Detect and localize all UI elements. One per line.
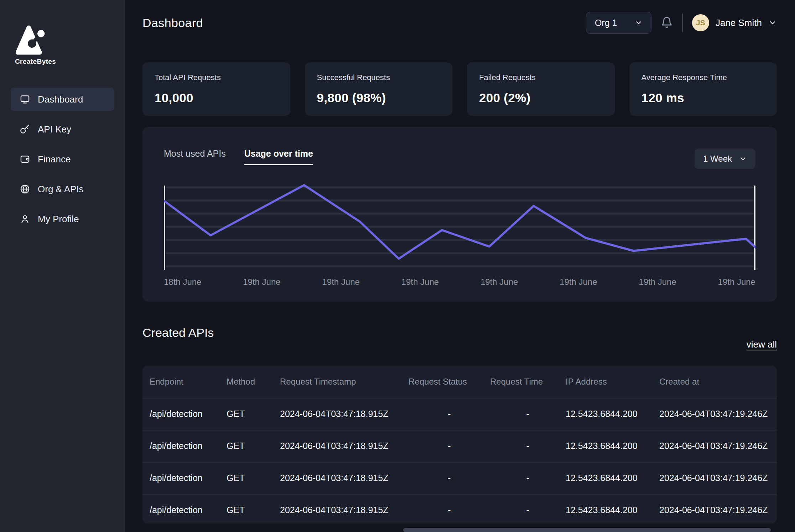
- column-header-endpoint: Endpoint: [150, 377, 227, 387]
- x-axis-tick-label: 18th June: [164, 277, 201, 287]
- cell-request-timestamp: 2024-06-04T03:47:18.915Z: [280, 505, 409, 515]
- sidebar-item-dashboard[interactable]: Dashboard: [11, 88, 114, 111]
- column-header-method: Method: [227, 377, 280, 387]
- table-body: /api/detection GET 2024-06-04T03:47:18.9…: [142, 398, 777, 524]
- cell-ip-address: 12.5423.6844.200: [566, 505, 659, 515]
- column-header-request-time: Request Time: [490, 377, 566, 387]
- cell-endpoint: /api/detection: [150, 441, 227, 451]
- range-selector-dropdown[interactable]: 1 Week: [695, 148, 755, 169]
- brand-name: CreateBytes: [15, 58, 114, 66]
- user-menu[interactable]: JS Jane Smith: [692, 14, 777, 31]
- stats-row: Total API Requests 10,000 Successful Req…: [142, 62, 777, 116]
- sidebar-item-label: Finance: [38, 154, 71, 165]
- sidebar-nav: Dashboard API Key Finance Org & APIs: [11, 88, 114, 231]
- column-header-created-at: Created at: [659, 377, 770, 387]
- created-apis-header: Created APIs view all: [142, 316, 777, 350]
- cell-request-timestamp: 2024-06-04T03:47:18.915Z: [280, 441, 409, 451]
- stat-label: Total API Requests: [155, 73, 278, 82]
- cell-request-status: -: [409, 473, 490, 483]
- cell-method: GET: [227, 473, 280, 483]
- cell-ip-address: 12.5423.6844.200: [566, 409, 659, 419]
- x-axis-tick-label: 19th June: [718, 277, 755, 287]
- horizontal-scrollbar-thumb[interactable]: [403, 528, 771, 532]
- cell-created-at: 2024-06-04T03:47:19.246Z: [659, 409, 770, 419]
- key-icon: [20, 124, 30, 134]
- sidebar-item-finance[interactable]: Finance: [11, 147, 114, 171]
- sidebar-item-label: My Profile: [38, 214, 79, 225]
- table-row: /api/detection GET 2024-06-04T03:47:18.9…: [142, 398, 777, 430]
- cell-endpoint: /api/detection: [150, 473, 227, 483]
- x-axis-tick-label: 19th June: [401, 277, 439, 287]
- sidebar-item-my-profile[interactable]: My Profile: [11, 207, 114, 231]
- cell-request-time: -: [490, 473, 566, 483]
- x-axis-tick-label: 19th June: [639, 277, 676, 287]
- cell-request-time: -: [490, 441, 566, 451]
- cell-created-at: 2024-06-04T03:47:19.246Z: [659, 441, 770, 451]
- range-selector-value: 1 Week: [703, 154, 732, 164]
- main-content: Dashboard Org 1 JS Jane Smith: [125, 0, 795, 532]
- column-header-request-timestamp: Request Timestamp: [280, 377, 409, 387]
- stat-card-successful-requests: Successful Requests 9,800 (98%): [305, 62, 453, 116]
- monitor-icon: [20, 94, 30, 104]
- stat-value: 120 ms: [641, 91, 765, 105]
- cell-request-timestamp: 2024-06-04T03:47:18.915Z: [280, 473, 409, 483]
- createbytes-logo-icon: [15, 25, 49, 55]
- cell-ip-address: 12.5423.6844.200: [566, 441, 659, 451]
- stat-card-failed-requests: Failed Requests 200 (2%): [467, 62, 615, 116]
- user-name: Jane Smith: [716, 17, 762, 28]
- sidebar: CreateBytes Dashboard API Key Finance: [0, 0, 125, 532]
- stat-value: 200 (2%): [479, 91, 603, 105]
- cell-request-status: -: [409, 409, 490, 419]
- chevron-down-icon: [635, 19, 643, 27]
- usage-panel-head: Most used APIs Usage over time 1 Week: [164, 148, 755, 169]
- user-icon: [20, 214, 30, 224]
- cell-request-time: -: [490, 409, 566, 419]
- table-row: /api/detection GET 2024-06-04T03:47:18.9…: [142, 462, 777, 494]
- tab-usage-over-time[interactable]: Usage over time: [244, 148, 313, 165]
- x-axis-tick-label: 19th June: [560, 277, 597, 287]
- avatar: JS: [692, 14, 709, 31]
- stat-card-average-response-time: Average Response Time 120 ms: [629, 62, 777, 116]
- table-row: /api/detection GET 2024-06-04T03:47:18.9…: [142, 494, 777, 524]
- stat-label: Successful Requests: [317, 73, 441, 82]
- stat-label: Average Response Time: [641, 73, 765, 82]
- stat-label: Failed Requests: [479, 73, 603, 82]
- topbar: Dashboard Org 1 JS Jane Smith: [142, 0, 777, 46]
- notifications-button[interactable]: [661, 16, 673, 30]
- usage-tabs: Most used APIs Usage over time: [164, 148, 313, 165]
- column-header-ip-address: IP Address: [566, 377, 659, 387]
- cell-request-time: -: [490, 505, 566, 515]
- sidebar-item-label: Dashboard: [38, 94, 83, 105]
- sidebar-item-label: Org & APIs: [38, 184, 84, 195]
- cell-method: GET: [227, 441, 280, 451]
- table-row: /api/detection GET 2024-06-04T03:47:18.9…: [142, 430, 777, 462]
- cell-method: GET: [227, 505, 280, 515]
- sidebar-item-label: API Key: [38, 124, 71, 135]
- header-divider: [682, 14, 683, 32]
- table-header: Endpoint Method Request Timestamp Reques…: [142, 366, 777, 398]
- created-apis-table: Endpoint Method Request Timestamp Reques…: [142, 366, 777, 524]
- usage-panel: Most used APIs Usage over time 1 Week 18…: [142, 127, 777, 302]
- x-axis-tick-label: 19th June: [480, 277, 518, 287]
- chevron-down-icon: [768, 19, 777, 27]
- org-selector-value: Org 1: [595, 18, 617, 28]
- cell-request-status: -: [409, 505, 490, 515]
- cell-created-at: 2024-06-04T03:47:19.246Z: [659, 473, 770, 483]
- chart-x-axis-labels: 18th June 19th June 19th June 19th June …: [164, 277, 755, 287]
- stat-value: 9,800 (98%): [317, 91, 441, 105]
- cell-created-at: 2024-06-04T03:47:19.246Z: [659, 505, 770, 515]
- view-all-link[interactable]: view all: [747, 339, 777, 350]
- sidebar-item-api-key[interactable]: API Key: [11, 118, 114, 141]
- app-root: CreateBytes Dashboard API Key Finance: [0, 0, 795, 532]
- usage-line-chart: [164, 183, 755, 270]
- wallet-icon: [20, 154, 30, 164]
- cell-ip-address: 12.5423.6844.200: [566, 473, 659, 483]
- brand-logo-block: CreateBytes: [11, 25, 114, 66]
- sidebar-item-org-apis[interactable]: Org & APIs: [11, 177, 114, 201]
- cell-request-timestamp: 2024-06-04T03:47:18.915Z: [280, 409, 409, 419]
- x-axis-tick-label: 19th June: [243, 277, 280, 287]
- tab-most-used-apis[interactable]: Most used APIs: [164, 148, 226, 165]
- stat-value: 10,000: [155, 91, 278, 105]
- cell-request-status: -: [409, 441, 490, 451]
- org-selector-dropdown[interactable]: Org 1: [586, 12, 651, 34]
